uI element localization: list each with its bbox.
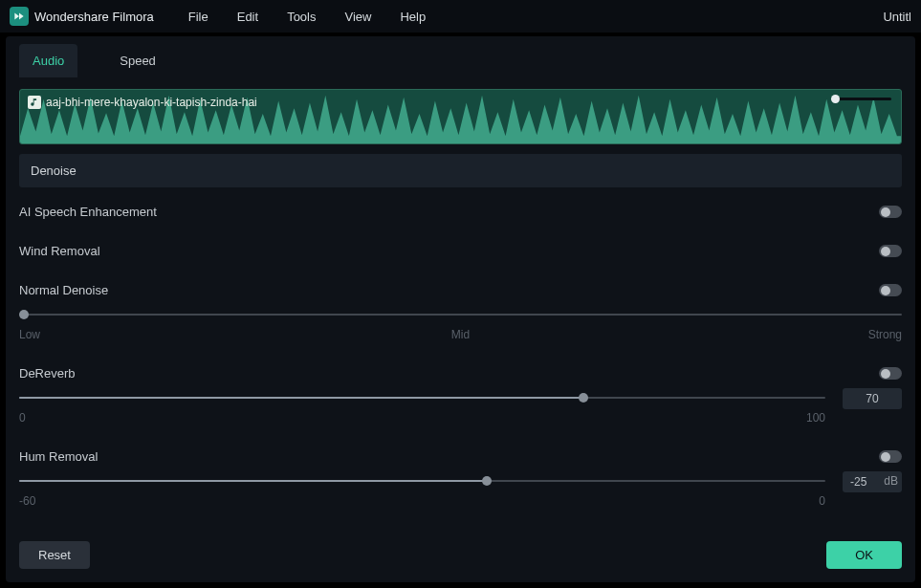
option-wind-removal: Wind Removal: [19, 244, 902, 258]
music-note-icon: [28, 96, 41, 109]
hum-removal-scale: -60 0: [19, 494, 902, 508]
dereverb-min: 0: [19, 411, 26, 425]
hum-removal-slider[interactable]: -25 dB: [19, 471, 902, 490]
content-area: Denoise AI Speech Enhancement Wind Remov…: [6, 154, 915, 532]
hum-unit: dB: [884, 474, 898, 488]
option-normal-denoise: Normal Denoise Low Mid Strong: [19, 283, 902, 341]
track-chip: aaj-bhi-mere-khayalon-ki-tapish-zinda-ha…: [28, 96, 257, 109]
footer: Reset OK: [6, 532, 915, 582]
hum-removal-knob[interactable]: [482, 476, 492, 486]
track-volume-slider[interactable]: [834, 98, 891, 100]
normal-denoise-label: Normal Denoise: [19, 283, 108, 297]
menu-edit[interactable]: Edit: [237, 10, 258, 24]
waveform[interactable]: aaj-bhi-mere-khayalon-ki-tapish-zinda-ha…: [19, 89, 902, 144]
tab-audio[interactable]: Audio: [19, 44, 77, 77]
normal-denoise-toggle[interactable]: [879, 284, 902, 296]
menu-items: File Edit Tools View Help: [188, 10, 426, 24]
tab-speed[interactable]: Speed: [106, 44, 169, 77]
volume-knob[interactable]: [831, 95, 840, 103]
dereverb-toggle[interactable]: [879, 367, 902, 380]
hum-max: 0: [819, 494, 825, 508]
dereverb-label: DeReverb: [19, 366, 76, 381]
normal-denoise-knob[interactable]: [19, 310, 29, 319]
hum-removal-value[interactable]: -25 dB: [843, 471, 902, 492]
wind-removal-toggle[interactable]: [879, 245, 902, 257]
normal-denoise-scale: Low Mid Strong: [19, 328, 902, 341]
menu-file[interactable]: File: [188, 10, 208, 24]
menu-tools[interactable]: Tools: [287, 10, 316, 24]
waveform-area: aaj-bhi-mere-khayalon-ki-tapish-zinda-ha…: [19, 89, 902, 144]
wind-removal-label: Wind Removal: [19, 244, 100, 258]
document-title: Untitl: [883, 10, 911, 24]
audio-panel: Audio Speed aaj-bhi-mere-khayalon-ki-tap…: [6, 36, 915, 582]
scale-strong: Strong: [868, 328, 902, 341]
option-ai-speech: AI Speech Enhancement: [19, 205, 902, 219]
section-denoise: Denoise: [19, 154, 902, 187]
ai-speech-toggle[interactable]: [879, 206, 902, 218]
reset-button[interactable]: Reset: [19, 541, 90, 569]
menu-view[interactable]: View: [344, 10, 371, 24]
app-logo: [10, 7, 29, 26]
hum-removal-label: Hum Removal: [19, 449, 98, 464]
dereverb-value[interactable]: 70: [843, 388, 902, 409]
normal-denoise-slider[interactable]: [19, 305, 902, 324]
app-name: Wondershare Filmora: [34, 10, 154, 24]
menubar: Wondershare Filmora File Edit Tools View…: [0, 0, 921, 33]
dereverb-max: 100: [806, 411, 825, 425]
track-name: aaj-bhi-mere-khayalon-ki-tapish-zinda-ha…: [46, 96, 257, 109]
scale-low: Low: [19, 328, 40, 341]
dereverb-slider[interactable]: 70: [19, 388, 902, 407]
dereverb-scale: 0 100: [19, 411, 902, 425]
ok-button[interactable]: OK: [826, 541, 902, 569]
hum-min: -60: [19, 494, 35, 508]
option-hum-removal: Hum Removal -25 dB -60 0: [19, 449, 902, 508]
hum-removal-toggle[interactable]: [879, 450, 902, 463]
ai-speech-label: AI Speech Enhancement: [19, 205, 157, 219]
option-dereverb: DeReverb 70 0 100: [19, 366, 902, 425]
menu-help[interactable]: Help: [400, 10, 426, 24]
dereverb-knob[interactable]: [579, 393, 588, 403]
tabs: Audio Speed: [6, 36, 915, 77]
scale-mid: Mid: [451, 328, 470, 341]
